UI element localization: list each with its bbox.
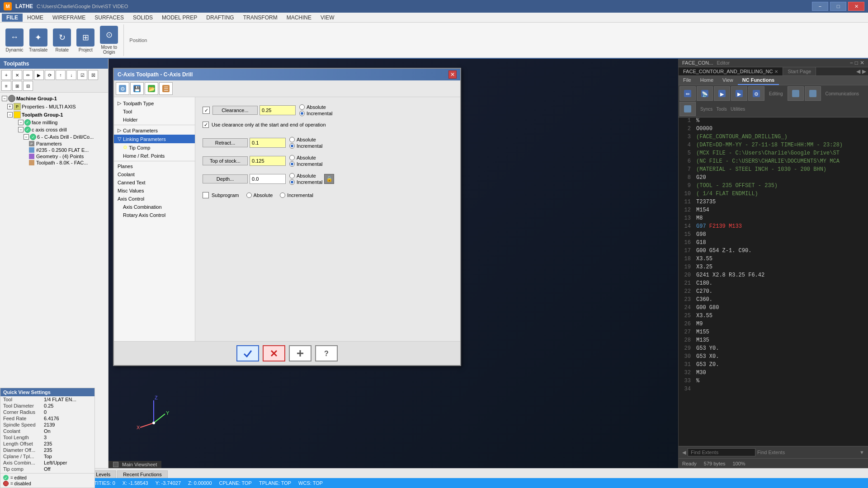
menu-model-prep[interactable]: MODEL PREP	[157, 14, 202, 22]
tree-tool-235[interactable]: #235 - 0.2500 FLAT E...	[2, 147, 106, 153]
tree-drill-op[interactable]: − ✓ 6 - C-Axis Drill - Drill/Co...	[2, 133, 106, 141]
editor-btn-tools[interactable]: ▶	[731, 86, 747, 101]
editor-maximize[interactable]: □	[855, 60, 858, 66]
add-btn[interactable]	[289, 345, 311, 361]
dialog-tool-4[interactable]: ☰	[159, 82, 173, 95]
tree-expand-icon[interactable]: −	[2, 96, 7, 101]
clearance-value-input[interactable]	[259, 105, 296, 115]
menu-drafting[interactable]: DRAFTING	[202, 14, 238, 22]
editor-tab-start[interactable]: Start Page	[783, 67, 816, 75]
dialog-tree-tool[interactable]: Tool	[114, 108, 195, 116]
editor-btn-2[interactable]	[788, 86, 804, 101]
menu-home[interactable]: HOME	[23, 14, 48, 22]
dialog-tree-holder[interactable]: Holder	[114, 116, 195, 124]
dialog-tree-canned-text[interactable]: Canned Text	[114, 178, 195, 187]
find-input[interactable]	[688, 448, 755, 456]
editor-ribbon-file[interactable]: File	[679, 76, 696, 85]
ribbon-move-to-origin[interactable]: ⊙ Move toOrigin	[98, 25, 120, 56]
menu-transform[interactable]: TRANSFORM	[239, 14, 282, 22]
tree-btn-2[interactable]: ✕	[12, 70, 22, 80]
code-editor[interactable]: 1 % 2 O0000 3 (FACE_CONTOUR_AND_DRILLING…	[679, 117, 868, 446]
ok-btn[interactable]	[236, 345, 259, 361]
dialog-tree-home-ref[interactable]: Home / Ref. Points	[114, 152, 195, 160]
tree-expand-fm[interactable]: −	[18, 120, 24, 125]
cancel-btn[interactable]	[263, 345, 285, 361]
subprogram-checkbox[interactable]	[203, 192, 209, 198]
tos-incremental-radio[interactable]	[289, 161, 295, 167]
tree-btn-9[interactable]: ☒	[88, 70, 98, 80]
menu-machine[interactable]: MACHINE	[282, 14, 316, 22]
minimize-btn[interactable]: −	[812, 2, 828, 11]
depth-value[interactable]	[250, 174, 286, 184]
ribbon-project[interactable]: ⊞ Project	[75, 28, 96, 53]
tree-btn-12[interactable]: ⊟	[23, 81, 33, 91]
tree-btn-1[interactable]: +	[1, 70, 11, 80]
editor-ribbon-home[interactable]: Home	[696, 76, 718, 85]
dialog-tool-2[interactable]: 💾	[130, 82, 144, 95]
menu-solids[interactable]: SOLIDS	[128, 14, 157, 22]
tree-properties[interactable]: + P Properties - MULTI AXIS	[7, 103, 106, 111]
tree-btn-8[interactable]: ☑	[77, 70, 87, 80]
editor-close[interactable]: ✕	[860, 60, 864, 66]
tree-btn-11[interactable]: ⊞	[12, 81, 22, 91]
dialog-tree-tip-comp[interactable]: ⚙Tip Comp	[114, 143, 195, 152]
tab-nav-left[interactable]: ◀	[856, 68, 860, 75]
dialog-tool-1[interactable]: ⚙	[116, 82, 129, 95]
menu-wireframe[interactable]: WIREFRAME	[48, 14, 90, 22]
tree-toolpath-8k[interactable]: Toolpath - 8.0K - FAC...	[2, 160, 106, 166]
depth-lock-icon[interactable]: 🔒	[324, 174, 334, 184]
tree-btn-5[interactable]: ⟳	[45, 70, 55, 80]
dialog-tree-axis-combination[interactable]: Axis Combination	[114, 203, 195, 211]
editor-tab-nc-close[interactable]: ✕	[774, 69, 778, 74]
tree-machine-group[interactable]: − Machine Group-1	[2, 94, 106, 103]
tree-c-axis[interactable]: − ✓ c axis cross drill	[2, 126, 106, 133]
tab-nav-right[interactable]: ▶	[862, 68, 866, 75]
clearance-absolute-radio[interactable]	[299, 104, 305, 110]
sub-incremental-radio[interactable]	[280, 192, 285, 198]
tree-btn-10[interactable]: ≡	[1, 81, 11, 91]
tree-btn-7[interactable]: ↓	[66, 70, 76, 80]
tree-expand-props[interactable]: +	[7, 104, 13, 109]
editor-minimize[interactable]: −	[850, 60, 853, 66]
dialog-tree-coolant[interactable]: Coolant	[114, 170, 195, 178]
menu-file[interactable]: FILE	[2, 14, 23, 22]
retract-absolute-radio[interactable]	[289, 137, 295, 142]
tree-btn-4[interactable]: ▶	[34, 70, 44, 80]
clearance-checkbox[interactable]: ✓	[203, 107, 210, 114]
use-clearance-checkbox[interactable]: ✓	[203, 122, 209, 128]
depth-absolute-radio[interactable]	[289, 173, 295, 178]
dialog-tree-cut-params[interactable]: ▷Cut Parameters	[114, 126, 195, 135]
depth-incremental-radio[interactable]	[289, 179, 295, 185]
editor-btn-3[interactable]	[805, 86, 821, 101]
tree-expand-tpg[interactable]: −	[7, 112, 13, 117]
tree-btn-6[interactable]: ↑	[56, 70, 66, 80]
close-btn[interactable]: ✕	[848, 2, 864, 11]
editor-btn-comms[interactable]: 📡	[697, 86, 713, 101]
tree-expand-ca[interactable]: −	[18, 127, 24, 132]
sub-absolute-radio[interactable]	[246, 192, 252, 198]
dialog-tool-3[interactable]: 📂	[145, 82, 158, 95]
dialog-tree-rotary-axis[interactable]: Rotary Axis Control	[114, 211, 195, 219]
tree-expand-do[interactable]: −	[24, 134, 29, 140]
editor-btn-utilities[interactable]: ⚙	[748, 86, 764, 101]
clearance-incremental-radio[interactable]	[299, 111, 305, 116]
clearance-btn[interactable]: Clearance...	[212, 106, 258, 115]
retract-btn[interactable]: Retract...	[203, 138, 248, 147]
ribbon-rotate[interactable]: ↻ Rotate	[51, 28, 73, 53]
dialog-close-btn[interactable]: ✕	[448, 70, 457, 79]
retract-incremental-radio[interactable]	[289, 143, 295, 149]
ribbon-dynamic[interactable]: ↔ Dynamic	[4, 28, 25, 53]
dialog-tree-toolpath-type[interactable]: ▷Toolpath Type	[114, 99, 195, 108]
bottom-tab-recent[interactable]: Recent Functions	[117, 470, 168, 478]
tos-absolute-radio[interactable]	[289, 155, 295, 160]
editor-ribbon-nc[interactable]: NC Functions	[738, 76, 779, 85]
editor-tab-nc[interactable]: FACE_CONTOUR_AND_DRILLING_NC ✕	[679, 67, 783, 75]
dialog-tree-axis-control[interactable]: Axis Control	[114, 195, 195, 203]
editor-btn-editing[interactable]: ✏	[679, 86, 696, 101]
editor-btn-4[interactable]	[679, 102, 696, 116]
maximize-btn[interactable]: □	[830, 2, 846, 11]
retract-value[interactable]	[250, 138, 286, 148]
dialog-tree-linking-params[interactable]: ▽Linking Parameters	[114, 135, 195, 143]
viewport-tab[interactable]: Main Viewsheet	[108, 461, 161, 468]
editor-ribbon-view[interactable]: View	[718, 76, 738, 85]
